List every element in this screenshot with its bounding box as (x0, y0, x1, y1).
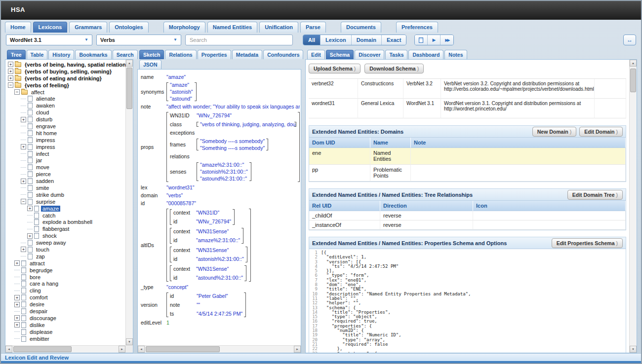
download-schema-button[interactable]: Download Schema) (364, 64, 424, 73)
table-cell[interactable]: reverse (380, 211, 473, 220)
category-select[interactable]: Verbs ▼ (96, 35, 181, 45)
edit-domain-tree-button[interactable]: Edit Domain Tree) (567, 190, 623, 200)
table-cell[interactable] (411, 148, 626, 165)
tab-dashboard[interactable]: Dashboard (408, 50, 443, 59)
scroll-right-icon[interactable]: ► (294, 346, 301, 353)
tab-documents[interactable]: Documents (341, 22, 381, 33)
tree-item-cling[interactable]: cling (7, 287, 125, 294)
column-header-name[interactable]: Name (370, 138, 411, 148)
scrollbar-thumb[interactable] (146, 346, 220, 352)
tree-item-impress[interactable]: +impress (7, 144, 125, 150)
tree-item-catch[interactable]: catch (7, 212, 125, 219)
tree-item-verbs-of-buying-selling-owning[interactable]: +{verbs of buying, selling, owning} (7, 68, 125, 75)
table-cell[interactable]: VerbNet 3.2 (403, 79, 441, 99)
tab-schema[interactable]: Schema (326, 50, 354, 59)
tree-item-verbs-of-feeling[interactable]: −{verbs of feeling} (7, 82, 125, 89)
tree-item-verbs-of-eating-and-drinking[interactable]: +{verbs of eating and drinking} (7, 75, 125, 82)
tab-lexicon[interactable]: Lexicon (321, 35, 352, 45)
tab-preferences[interactable]: Preferences (396, 22, 438, 33)
scrollbar-thumb[interactable] (13, 346, 72, 352)
table-cell[interactable]: ene (309, 148, 370, 165)
scrollbar-thumb[interactable] (126, 68, 132, 109)
tab-domain[interactable]: Domain (352, 35, 382, 45)
tree-item-explode-a-bombshell[interactable]: explode a bombshell (7, 218, 125, 225)
tab-tree[interactable]: Tree (7, 50, 26, 59)
tab-history[interactable]: History (48, 50, 74, 59)
tab-discover[interactable]: Discover (355, 50, 384, 59)
expand-icon[interactable]: + (21, 117, 26, 122)
tree-item-pierce[interactable]: pierce (7, 171, 125, 178)
tab-search[interactable]: Search (113, 50, 138, 59)
table-cell[interactable]: Named Entities (370, 148, 411, 165)
table-cell[interactable]: _childOf (309, 211, 380, 220)
column-header-rel-uid[interactable]: Rel UID (309, 201, 380, 211)
collapse-icon[interactable]: − (8, 82, 13, 88)
scroll-down-icon[interactable]: ▼ (630, 346, 637, 353)
scroll-left-icon[interactable]: ◄ (5, 346, 12, 353)
sketch-horizontal-scrollbar[interactable]: ◄ ► (138, 345, 301, 353)
tree-item-begrudge[interactable]: begrudge (7, 267, 125, 274)
tree-item-desire[interactable]: +desire (7, 301, 125, 308)
tree-item-comfort[interactable]: +comfort (7, 294, 125, 301)
tree-item-impress[interactable]: impress (7, 137, 125, 144)
tab-sketch[interactable]: Sketch (139, 50, 164, 59)
tab-properties[interactable]: Properties (198, 50, 231, 59)
column-header-direction[interactable]: Direction (380, 201, 473, 211)
tab-json[interactable]: JSON (139, 60, 161, 69)
tab-notes[interactable]: Notes (444, 50, 467, 59)
tab-home[interactable]: Home (5, 22, 31, 33)
tree-item-awaken[interactable]: awaken (7, 102, 125, 109)
fast-forward-button[interactable]: ▶▶ (441, 35, 453, 45)
table-cell[interactable] (595, 99, 626, 118)
tree-item-sadden[interactable]: +sadden (7, 178, 125, 184)
tree-item-care-a-hang[interactable]: care a hang (7, 281, 125, 288)
expand-icon[interactable]: + (8, 75, 13, 81)
expand-icon[interactable]: + (21, 179, 26, 184)
scrollbar-thumb[interactable] (630, 69, 636, 92)
scroll-down-icon[interactable]: ▼ (126, 338, 133, 345)
expand-icon[interactable]: + (8, 62, 13, 67)
tab-ontologies[interactable]: Ontologies (109, 22, 148, 33)
tree-item-hit-home[interactable]: hit home (7, 130, 125, 137)
scroll-right-icon[interactable]: ► (119, 346, 125, 353)
tab-table[interactable]: Table (27, 50, 48, 59)
tree-item-strike-dumb[interactable]: strike dumb (7, 191, 125, 198)
tab-unification[interactable]: Unification (259, 22, 298, 33)
tree-item-disturb[interactable]: +disturb (7, 116, 125, 123)
scroll-up-icon[interactable]: ▲ (126, 60, 133, 67)
table-cell[interactable]: verbnet32 (309, 79, 358, 99)
tab-all[interactable]: All (303, 35, 321, 45)
tab-metadata[interactable]: Metadata (232, 50, 263, 59)
document-button[interactable] (415, 35, 428, 45)
scroll-left-icon[interactable]: ◄ (138, 346, 145, 353)
play-button[interactable]: ▶ (428, 35, 441, 45)
expand-icon[interactable]: + (14, 260, 20, 266)
expand-icon[interactable]: + (21, 247, 26, 252)
scroll-up-icon[interactable]: ▲ (630, 60, 637, 67)
expand-icon[interactable]: + (14, 295, 20, 300)
tab-relations[interactable]: Relations (165, 50, 196, 59)
tab-named-entities[interactable]: Named Entities (207, 22, 257, 33)
tree-item-attract[interactable]: +attract (7, 260, 125, 267)
expand-icon[interactable]: + (8, 69, 13, 74)
tab-tasks[interactable]: Tasks (385, 50, 407, 59)
tree-item-jar[interactable]: jar (7, 157, 125, 164)
expand-icon[interactable]: + (14, 315, 20, 321)
tree-item-zap[interactable]: zap (7, 253, 125, 260)
expand-icon[interactable]: + (14, 322, 20, 328)
tree-item-shock[interactable]: +shock (7, 232, 125, 239)
table-cell[interactable]: WordNet version 3.1. Copyright and distr… (441, 99, 595, 118)
expand-icon[interactable]: + (27, 233, 33, 239)
tree-vertical-scrollbar[interactable]: ▲ ▼ (125, 60, 133, 345)
tab-parse[interactable]: Parse (300, 22, 326, 33)
table-cell[interactable]: pp (309, 165, 370, 182)
column-header-dom-uid[interactable]: Dom UID (309, 138, 370, 148)
lexicon-select[interactable]: WordNet 3.1 ▼ (6, 35, 92, 45)
tab-confounders[interactable]: Confounders (263, 50, 303, 59)
tab-morphology[interactable]: Morphology (163, 22, 205, 33)
tree-item-bore[interactable]: bore (7, 274, 125, 281)
tree-item-despair[interactable]: despair (7, 308, 125, 315)
tree-item-discourage[interactable]: +discourage (7, 315, 125, 322)
column-header-note[interactable]: Note (411, 138, 626, 148)
column-header-icon[interactable]: Icon (473, 201, 626, 211)
